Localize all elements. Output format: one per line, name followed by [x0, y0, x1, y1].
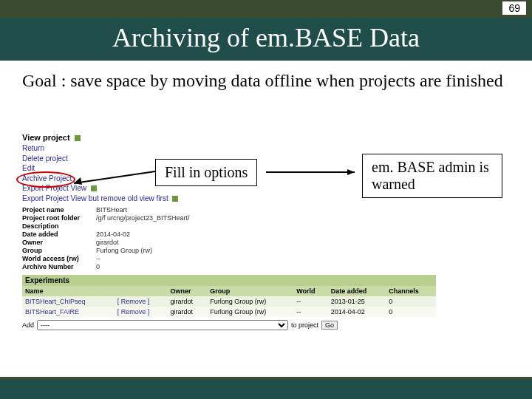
- help-icon[interactable]: [172, 196, 178, 202]
- callout-admin-warned: em. BASE admin is warned: [362, 154, 502, 198]
- experiment-name-link[interactable]: BITSHeart_FAIRE: [22, 307, 115, 317]
- add-suffix: to project: [291, 321, 318, 329]
- field-value: --: [96, 255, 100, 262]
- field-value: /g/f urcng/project23_BITSHeart/: [96, 214, 190, 222]
- export-remove-link[interactable]: Export Project View but remove old view …: [22, 194, 168, 202]
- col-blank: [115, 286, 168, 296]
- field-label: Date added: [22, 231, 96, 238]
- go-button[interactable]: Go: [321, 321, 338, 330]
- field-label: World access (rw): [22, 255, 96, 262]
- cell: 2013-01-25: [328, 296, 386, 307]
- cell: Furlong Group (rw): [207, 307, 293, 317]
- col-group: Group: [207, 286, 293, 296]
- highlight-oval: [16, 171, 75, 188]
- field-value: girardot: [96, 239, 119, 246]
- top-bar: 69: [0, 0, 532, 18]
- field-value: 2014-04-02: [96, 231, 130, 238]
- title-band: Archiving of em.BASE Data: [0, 18, 532, 61]
- table-row: BITSHeart_FAIRE [ Remove ] girardot Furl…: [22, 307, 436, 317]
- remove-button[interactable]: [ Remove ]: [115, 296, 168, 307]
- experiments-table: Name Owner Group World Date added Channe…: [22, 286, 436, 317]
- field-label: Archive Number: [22, 263, 96, 270]
- field-label: Project name: [22, 206, 96, 214]
- cell: girardot: [168, 307, 208, 317]
- col-owner: Owner: [168, 286, 208, 296]
- arrow-left: [70, 170, 159, 192]
- callout-fill-options: Fill in options: [155, 159, 257, 186]
- field-label: Owner: [22, 239, 96, 246]
- table-row: BITSHeart_ChIPseq [ Remove ] girardot Fu…: [22, 296, 436, 307]
- cell: 0: [386, 307, 436, 317]
- cell: --: [293, 307, 327, 317]
- help-icon[interactable]: [75, 135, 81, 141]
- cell: Furlong Group (rw): [207, 296, 293, 307]
- add-label: Add: [22, 321, 34, 329]
- goal-text: Goal : save space by moving data offline…: [0, 61, 532, 99]
- experiment-name-link[interactable]: BITSHeart_ChIPseq: [22, 296, 115, 307]
- return-link[interactable]: Return: [22, 143, 436, 154]
- field-value: 0: [96, 263, 100, 270]
- project-fields: Project nameBITSHeart Project root folde…: [22, 206, 436, 270]
- footer-bar: [0, 377, 532, 399]
- arrow-right: [266, 168, 362, 176]
- experiments-heading: Experiments: [22, 275, 436, 286]
- col-world: World: [293, 286, 327, 296]
- svg-line-0: [74, 171, 155, 183]
- field-label: Description: [22, 222, 96, 230]
- add-experiment-select[interactable]: ----: [37, 320, 288, 330]
- field-label: Project root folder: [22, 214, 96, 222]
- field-value: Furlong Group (rw): [96, 247, 152, 254]
- slide-title: Archiving of em.BASE Data: [15, 22, 517, 53]
- svg-marker-3: [347, 169, 355, 175]
- col-name: Name: [22, 286, 115, 296]
- add-experiment-row: Add ---- to project Go: [22, 320, 436, 330]
- field-value: BITSHeart: [96, 206, 127, 214]
- col-channels: Channels: [386, 286, 436, 296]
- col-date: Date added: [328, 286, 386, 296]
- field-label: Group: [22, 247, 96, 254]
- cell: 0: [386, 296, 436, 307]
- cell: girardot: [168, 296, 208, 307]
- cell: 2014-04-02: [328, 307, 386, 317]
- cell: --: [293, 296, 327, 307]
- view-project-heading: View project: [22, 133, 70, 142]
- page-number: 69: [502, 1, 526, 15]
- remove-button[interactable]: [ Remove ]: [115, 307, 168, 317]
